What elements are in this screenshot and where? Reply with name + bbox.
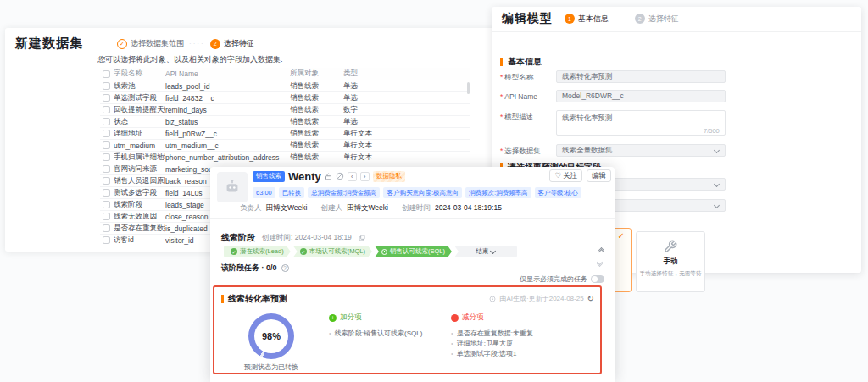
table-cell: 销售线索 — [290, 93, 343, 103]
table-cell: field_p0RwZ__c — [165, 130, 290, 138]
table-cell: utm_medium — [114, 141, 165, 150]
table-cell: phone_number_attribution_address — [165, 153, 290, 162]
table-cell: 线索阶段 — [114, 200, 165, 210]
prediction-meta: 由AI生成·更新于2024-08-25 ↻ — [489, 294, 594, 303]
row-checkbox[interactable] — [103, 213, 110, 220]
conversion-gauge: 98% — [248, 313, 294, 359]
edit-button[interactable]: 编辑 — [587, 169, 611, 182]
step-选择数据集范围[interactable]: ✓选择数据集范围 — [117, 38, 184, 49]
row-checkbox[interactable] — [103, 189, 110, 197]
gauge-caption: 预测状态为已转换 — [220, 363, 322, 372]
row-checkbox[interactable] — [103, 118, 110, 125]
stage-tasks-row: 该阶段任务 · 0/0 ? — [221, 263, 289, 274]
table-cell: 手机归属详细地址 — [114, 152, 165, 163]
prev-record-button[interactable]: ‹ — [348, 172, 357, 181]
required-mark: * — [500, 147, 503, 155]
feature-mode-card-manual[interactable]: 手动 手动选择特征，无需等待 — [636, 231, 705, 292]
refresh-icon[interactable]: ↻ — [587, 296, 594, 302]
required-tasks-toggle[interactable] — [591, 275, 604, 283]
model-steps: 1基本信息····2选择特征 — [565, 14, 679, 25]
required-tasks-toggle-row: 仅显示必须完成的任务 — [520, 274, 604, 284]
table-row[interactable]: 回收提前提醒天数remind_days销售线索数字 — [100, 104, 470, 116]
pros-title: 加分项 — [340, 313, 362, 323]
header-checkbox[interactable] — [103, 70, 110, 78]
table-scrollbar[interactable] — [467, 82, 470, 94]
stage-chip-done[interactable]: ✓潜在线索(Lead) — [224, 246, 291, 257]
table-row[interactable]: 线索池leads_pool_id销售线索单选 — [100, 80, 470, 92]
step-label: 选择特征 — [648, 14, 679, 25]
follow-button[interactable]: ♡关注 — [549, 169, 582, 182]
score-tag: 总消费金额:消费金额高 — [308, 187, 380, 198]
table-row[interactable]: 手机归属详细地址phone_number_attribution_address… — [100, 152, 470, 163]
table-cell: 销售线索 — [290, 117, 343, 127]
stage-chip-end[interactable]: 结束 — [454, 246, 517, 257]
table-cell: 单选 — [343, 93, 470, 103]
table-row[interactable]: utm_mediumutm_medium__c销售线索单行文本 — [100, 140, 470, 152]
step-基本信息[interactable]: 1基本信息 — [565, 14, 609, 25]
row-checkbox[interactable] — [103, 153, 110, 161]
collapse-up-icon[interactable] — [599, 248, 604, 252]
table-cell: leads_pool_id — [165, 82, 290, 91]
pros-list: 线索阶段:销售认可线索(SQL) — [329, 329, 422, 339]
data-privacy-tag: 数据隐私 — [373, 171, 405, 182]
row-checkbox[interactable] — [103, 94, 110, 102]
step-icon: 2 — [210, 39, 220, 49]
dataset-select-label: *选择数据集 — [500, 144, 556, 157]
chevron-down-icon — [490, 247, 496, 253]
step-dots: ···· — [614, 15, 630, 23]
row-checkbox[interactable] — [103, 177, 110, 185]
required-mark: * — [500, 73, 503, 81]
table-cell: 单选测试字段 — [114, 93, 165, 103]
score-tag: 客户购买意向度:极高意向 — [383, 187, 462, 198]
copy-icon[interactable] — [359, 235, 365, 241]
row-checkbox[interactable] — [103, 224, 110, 232]
table-cell: biz_status — [165, 118, 290, 126]
row-checkbox[interactable] — [103, 236, 110, 244]
chevron-down-icon — [714, 181, 720, 187]
no-disturb-icon[interactable] — [336, 172, 344, 180]
table-row[interactable]: 状态biz_status销售线索单选 — [100, 116, 470, 128]
stage-created-time: 创建时间: 2024-03-04 18:19 — [262, 233, 352, 243]
prediction-title-row: 线索转化率预测 — [221, 293, 287, 305]
row-checkbox[interactable] — [103, 201, 110, 208]
row-checkbox[interactable] — [103, 106, 110, 113]
score-tag: 已转换 — [279, 187, 305, 198]
model-desc-label: *模型描述 — [500, 110, 556, 136]
wrench-icon — [637, 240, 704, 253]
collapse-down-icon[interactable] — [598, 260, 602, 263]
dataset-panel-title: 新建数据集 — [15, 36, 83, 52]
robot-avatar — [217, 172, 248, 202]
dataset-select[interactable]: 线索全量数据集 — [556, 144, 726, 157]
api-name-input[interactable]: Model_R6DWR__c — [556, 90, 726, 102]
stage-chip-active[interactable]: 销售认可线索(SQL) — [375, 246, 452, 257]
row-checkbox[interactable] — [103, 141, 110, 149]
lock-icon[interactable] — [325, 173, 332, 180]
lead-detail-panel: 销售线索 Wenty ‹ › 数据隐私 ♡关注 编辑 63.00已转换总消费金额… — [210, 167, 615, 382]
table-cell: 状态 — [114, 117, 165, 127]
help-icon[interactable]: ? — [281, 264, 289, 272]
cons-item: 是否存在重复数据:未重复 — [451, 329, 533, 339]
model-panel-header: 编辑模型 1基本信息····2选择特征 — [492, 7, 861, 32]
info-item: 负责人田博文Weeki — [240, 203, 307, 213]
minus-circle-icon: − — [451, 314, 459, 322]
info-label: 创建时间 — [402, 203, 431, 213]
step-选择特征[interactable]: 2选择特征 — [210, 38, 254, 49]
lead-name: Wenty — [288, 170, 321, 183]
stage-section-header: 线索阶段 创建时间: 2024-03-04 18:19 — [221, 232, 365, 244]
model-desc-textarea[interactable]: 线索转化率预测 — [556, 110, 726, 136]
table-cell: 销售人员退回原因 — [114, 176, 165, 186]
model-name-label: *模型名称 — [500, 70, 556, 83]
row-checkbox[interactable] — [103, 165, 110, 173]
stage-chip-done[interactable]: ✓市场认可线索(MQL) — [293, 246, 372, 257]
row-checkbox[interactable] — [103, 130, 110, 137]
model-name-input[interactable]: 线索转化率预测 — [556, 70, 726, 83]
row-checkbox[interactable] — [103, 82, 110, 90]
table-row[interactable]: 单选测试字段field_24832__c销售线索单选 — [100, 92, 470, 104]
table-cell: 单行文本 — [343, 141, 470, 151]
check-icon: ✓ — [300, 248, 307, 255]
table-cell: 访客id — [114, 235, 165, 246]
lead-info-row: 负责人田博文Weeki创建人田博文Weeki创建时间2024-03-04 18:… — [240, 203, 502, 213]
step-选择特征[interactable]: 2选择特征 — [635, 14, 679, 25]
next-record-button[interactable]: › — [360, 172, 370, 181]
table-row[interactable]: 详细地址field_p0RwZ__c销售线索单行文本 — [100, 128, 470, 140]
